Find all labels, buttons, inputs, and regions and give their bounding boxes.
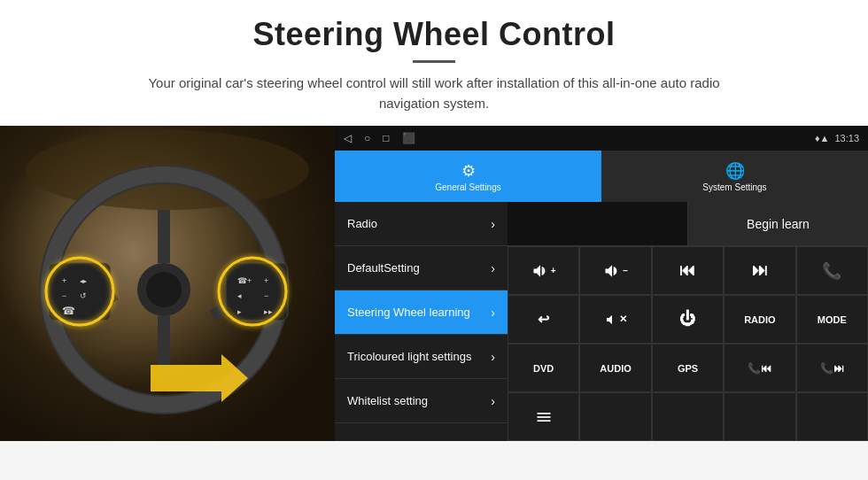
blank-cell xyxy=(508,202,688,245)
begin-learn-button[interactable]: Begin learn xyxy=(688,202,868,245)
svg-text:◂: ◂ xyxy=(237,291,242,300)
empty-cell-1 xyxy=(579,392,651,441)
svg-text:☎+: ☎+ xyxy=(237,276,252,285)
status-bar: ◁ ○ □ ⬛ ♦▲ 13:13 xyxy=(335,126,868,151)
settings-gear-icon: ⚙ xyxy=(461,161,476,181)
svg-text:+: + xyxy=(264,276,268,285)
nav-icons: ◁ ○ □ ⬛ xyxy=(344,132,415,144)
menu-icon-button[interactable] xyxy=(508,392,579,441)
phone-next-button[interactable]: 📞⏭ xyxy=(796,344,868,392)
tab-system-settings[interactable]: 🌐 System Settings xyxy=(601,151,868,202)
steering-wheel-image: + − ◂▸ ↺ ☎ ☎+ ◂ + − ▸ ▸▸ xyxy=(0,126,335,441)
controls-grid: + − ⏮ ⏭ 📞 ↩ ✕ ⏻ xyxy=(508,246,868,441)
subtitle-text: Your original car's steering wheel contr… xyxy=(124,74,744,113)
svg-text:◂▸: ◂▸ xyxy=(80,277,87,285)
menu-radio-label: Radio xyxy=(347,217,377,230)
content-area: + − ◂▸ ↺ ☎ ☎+ ◂ + − ▸ ▸▸ xyxy=(0,126,868,441)
svg-text:+: + xyxy=(62,276,66,285)
phone-answer-button[interactable]: 📞 xyxy=(796,246,868,295)
svg-text:−: − xyxy=(62,291,66,300)
radio-button[interactable]: RADIO xyxy=(724,295,795,344)
menu-item-whitelist[interactable]: Whitelist setting › xyxy=(335,379,508,423)
time-display: 13:13 xyxy=(834,133,859,143)
status-right: ♦▲ 13:13 xyxy=(815,133,859,143)
tab-general-settings[interactable]: ⚙ General Settings xyxy=(335,151,601,202)
chevron-right-icon: › xyxy=(491,350,495,364)
svg-rect-27 xyxy=(537,416,550,418)
home-icon[interactable]: ○ xyxy=(364,132,370,144)
next-track-button[interactable]: ⏭ xyxy=(724,246,795,295)
menu-item-tricoloured[interactable]: Tricoloured light settings › xyxy=(335,335,508,379)
tab-system-label: System Settings xyxy=(702,182,766,192)
menu-whitelist-label: Whitelist setting xyxy=(347,394,428,407)
chevron-right-icon: › xyxy=(491,261,495,275)
tab-general-label: General Settings xyxy=(435,182,501,192)
menu-item-radio[interactable]: Radio › xyxy=(335,202,508,246)
svg-text:−: − xyxy=(264,291,268,300)
right-controls-panel: Begin learn + − ⏮ ⏭ 📞 xyxy=(508,202,868,441)
header-section: Steering Wheel Control Your original car… xyxy=(0,0,868,126)
menu-tricoloured-label: Tricoloured light settings xyxy=(347,350,471,363)
svg-text:▸▸: ▸▸ xyxy=(264,307,273,316)
title-divider xyxy=(413,60,455,63)
svg-text:↺: ↺ xyxy=(80,291,87,300)
gps-button[interactable]: GPS xyxy=(652,344,724,392)
svg-rect-26 xyxy=(537,413,550,414)
prev-track-button[interactable]: ⏮ xyxy=(652,246,724,295)
audio-button[interactable]: AUDIO xyxy=(579,344,651,392)
recents-icon[interactable]: □ xyxy=(383,132,389,144)
chevron-right-icon: › xyxy=(491,217,495,231)
screenshot-icon[interactable]: ⬛ xyxy=(402,132,415,144)
back-icon[interactable]: ◁ xyxy=(344,132,352,144)
empty-cell-3 xyxy=(724,392,795,441)
menu-item-steering-wheel[interactable]: Steering Wheel learning › xyxy=(335,290,508,335)
power-button[interactable]: ⏻ xyxy=(652,295,724,344)
tab-bar: ⚙ General Settings 🌐 System Settings xyxy=(335,151,868,202)
empty-cell-2 xyxy=(652,392,724,441)
phone-hangup-button[interactable]: ↩ xyxy=(508,295,579,344)
chevron-right-icon: › xyxy=(491,306,495,320)
svg-point-9 xyxy=(146,272,182,307)
svg-text:☎: ☎ xyxy=(62,305,75,317)
page-title: Steering Wheel Control xyxy=(35,16,833,53)
empty-cell-4 xyxy=(796,392,868,441)
main-content: Radio › DefaultSetting › Steering Wheel … xyxy=(335,202,868,441)
volume-down-button[interactable]: − xyxy=(579,246,651,295)
settings-menu: Radio › DefaultSetting › Steering Wheel … xyxy=(335,202,508,441)
menu-default-label: DefaultSetting xyxy=(347,261,420,275)
dvd-button[interactable]: DVD xyxy=(508,344,579,392)
svg-text:▸: ▸ xyxy=(237,307,242,316)
menu-steering-label: Steering Wheel learning xyxy=(347,306,470,319)
phone-prev-button[interactable]: 📞⏮ xyxy=(724,344,795,392)
system-globe-icon: 🌐 xyxy=(725,161,745,181)
mode-button[interactable]: MODE xyxy=(796,295,868,344)
svg-rect-28 xyxy=(537,420,550,422)
begin-learn-row: Begin learn xyxy=(508,202,868,246)
signal-icon: ♦▲ xyxy=(815,133,830,143)
chevron-right-icon: › xyxy=(491,394,495,408)
volume-up-button[interactable]: + xyxy=(508,246,579,295)
mute-button[interactable]: ✕ xyxy=(579,295,651,344)
menu-item-defaultsetting[interactable]: DefaultSetting › xyxy=(335,246,508,290)
android-ui-panel: ◁ ○ □ ⬛ ♦▲ 13:13 ⚙ General Settings 🌐 Sy… xyxy=(335,126,868,441)
